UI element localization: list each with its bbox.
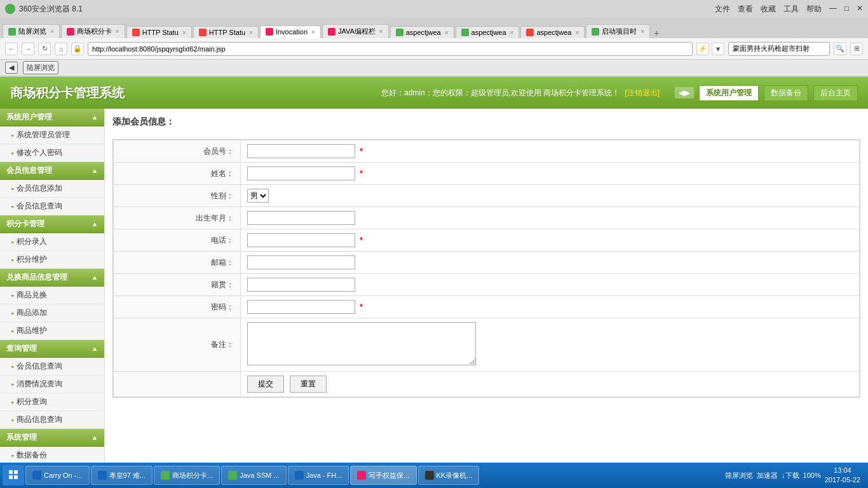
tab-aspect2[interactable]: aspectjwea × (456, 26, 520, 38)
menu-tools[interactable]: 工具 (783, 4, 799, 15)
hometown-input[interactable] (247, 278, 355, 292)
tab-close-http2[interactable]: × (249, 29, 253, 36)
grid-button[interactable]: ⊞ (850, 43, 863, 55)
home-button[interactable]: ⌂ (55, 43, 67, 55)
reset-button[interactable]: 重置 (290, 376, 327, 393)
tab-http1[interactable]: HTTP Statu × (126, 26, 192, 38)
menu-favorites[interactable]: 收藏 (761, 4, 776, 15)
sidebar-item-points-maintain[interactable]: 积分维护 (0, 251, 104, 269)
chevron-down-icon: ▲ (92, 114, 98, 121)
backup-button[interactable]: 数据备份 (764, 85, 808, 101)
title-bar: 360安全浏览器 8.1 文件 查看 收藏 工具 帮助 — □ ✕ (0, 0, 868, 18)
tab-icon-aspect3 (526, 29, 534, 36)
tab-close-aspect1[interactable]: × (445, 29, 449, 36)
tab-close-mall[interactable]: × (116, 28, 119, 35)
sidebar-section-points[interactable]: 积分卡管理 ▲ (0, 215, 104, 233)
label-phone: 电话： (114, 229, 241, 252)
sidebar-item-query-consume[interactable]: 消费情况查询 (0, 376, 104, 393)
phone-input[interactable] (247, 233, 355, 247)
menu-file[interactable]: 文件 (715, 4, 730, 15)
collapse-icon[interactable]: ◀▶ (675, 87, 694, 98)
sidebar-section-user-mgmt[interactable]: 系统用户管理 ▲ (0, 109, 104, 126)
tab-close-invocation[interactable]: × (311, 29, 315, 36)
sidebar-item-change-password[interactable]: 修改个人密码 (0, 144, 104, 162)
compat-button[interactable]: ▼ (712, 43, 724, 55)
tab-java[interactable]: JAVA编程栏 × (322, 24, 389, 38)
form-table: 会员号： * 姓名： * 性别： (113, 140, 860, 397)
label-member-id: 会员号： (114, 140, 241, 163)
table-row: 出生年月： (114, 207, 860, 229)
logout-link[interactable]: [注销退出] (625, 88, 660, 98)
user-mgmt-button[interactable]: 系统用户管理 (699, 85, 759, 101)
birthday-input[interactable] (247, 211, 355, 225)
sidebar-section-member[interactable]: 会员信息管理 ▲ (0, 162, 104, 180)
remark-textarea[interactable] (247, 322, 476, 365)
tab-close-startup[interactable]: × (641, 28, 644, 35)
password-input[interactable] (247, 300, 355, 314)
search-input[interactable] (728, 42, 830, 56)
tab-close-java[interactable]: × (379, 28, 383, 35)
user-info: 您好：admin；您的权限：超级管理员,欢迎使用 商场积分卡管理系统！ (381, 88, 620, 98)
sidebar-item-member-query[interactable]: 会员信息查询 (0, 198, 104, 215)
sidebar-item-member-add[interactable]: 会员信息添加 (0, 180, 104, 198)
tab-luping[interactable]: 陆屏浏览 × (3, 24, 60, 38)
table-row: 籍贯： (114, 274, 860, 296)
forward-button[interactable]: → (22, 43, 34, 55)
screenfree-button[interactable]: 陆屏浏览 (23, 61, 58, 74)
back-button[interactable]: ← (5, 43, 18, 55)
label-name: 姓名： (114, 163, 241, 185)
browser-icon (5, 4, 15, 14)
table-row: 姓名： * (114, 163, 860, 185)
label-password: 密码： (114, 296, 241, 318)
tab-close-http1[interactable]: × (182, 29, 186, 36)
gender-select[interactable]: 男 女 (247, 189, 269, 203)
tab-close-aspect2[interactable]: × (510, 29, 514, 36)
taskbar: Carry On -... 孝皇97 难... 商场积分卡... Java SS… (0, 463, 868, 463)
tab-aspect3[interactable]: aspectjwea × (520, 26, 585, 38)
close-button[interactable]: ✕ (857, 4, 863, 15)
menu-view[interactable]: 查看 (738, 4, 753, 15)
label-hometown: 籍贯： (114, 274, 241, 296)
table-row: 备注： (114, 318, 860, 372)
tab-icon-aspect2 (461, 29, 469, 36)
sidebar-section-goods[interactable]: 兑换商品信息管理 ▲ (0, 269, 104, 287)
tab-icon-aspect1 (396, 29, 403, 36)
sidebar-item-points-input[interactable]: 积分录入 (0, 233, 104, 251)
sidebar-item-query-points[interactable]: 积分查询 (0, 393, 104, 411)
security-button[interactable]: 🔒 (71, 43, 84, 55)
name-input[interactable] (247, 166, 355, 180)
sidebar-item-goods-maintain[interactable]: 商品维护 (0, 322, 104, 340)
email-input[interactable] (247, 255, 355, 269)
sidebar-item-goods-add[interactable]: 商品添加 (0, 304, 104, 322)
label-remark: 备注： (114, 318, 241, 372)
prev-page-button[interactable]: ◀ (5, 62, 18, 74)
sidebar-item-query-goods[interactable]: 商品信息查询 (0, 411, 104, 429)
tab-http2[interactable]: HTTP Statu × (193, 26, 259, 38)
search-button[interactable]: 🔍 (834, 43, 846, 55)
accel-button[interactable]: ⚡ (696, 43, 709, 55)
sidebar-item-goods-exchange[interactable]: 商品兑换 (0, 287, 104, 304)
tab-close-aspect3[interactable]: × (575, 29, 579, 36)
sidebar-section-query[interactable]: 查询管理 ▲ (0, 340, 104, 358)
tab-icon-http2 (199, 29, 207, 36)
sidebar-item-query-member[interactable]: 会员信息查询 (0, 358, 104, 376)
tab-icon-invocation (266, 28, 273, 36)
tab-aspect1[interactable]: aspectjwea × (390, 26, 454, 38)
url-input[interactable] (88, 42, 693, 56)
label-gender: 性别： (114, 185, 241, 207)
menu-help[interactable]: 帮助 (806, 4, 822, 15)
member-id-input[interactable] (247, 144, 355, 158)
tab-add-button[interactable]: + (651, 28, 661, 38)
sidebar-section-system[interactable]: 系统管理 ▲ (0, 429, 104, 447)
sidebar-item-data-backup[interactable]: 数据备份 (0, 447, 104, 463)
sidebar-item-admin-mgmt[interactable]: 系统管理员管理 (0, 126, 104, 144)
submit-button[interactable]: 提交 (247, 376, 284, 393)
tab-close-luping[interactable]: × (50, 28, 54, 35)
tab-invocation[interactable]: Invocation × (260, 25, 321, 38)
tab-mall[interactable]: 商场积分卡 × (61, 24, 125, 38)
tab-startup[interactable]: 启动项目时 × (586, 24, 650, 38)
minimize-button[interactable]: — (829, 4, 837, 15)
refresh-button[interactable]: ↻ (38, 43, 51, 55)
restore-button[interactable]: □ (844, 4, 849, 15)
admin-button[interactable]: 后台主页 (813, 85, 858, 101)
